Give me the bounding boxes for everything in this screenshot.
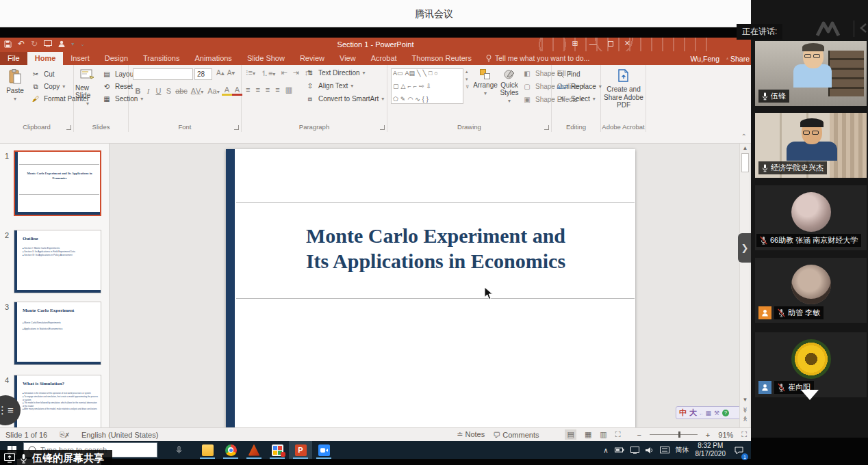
powerpoint-taskbar-button[interactable]: P bbox=[289, 441, 312, 459]
align-left-button[interactable]: ≡ bbox=[246, 85, 250, 94]
increase-indent-button[interactable]: ⇥ bbox=[293, 68, 299, 79]
ime-chinese-mode-icon[interactable]: 中 bbox=[679, 408, 687, 418]
participant-tile-2[interactable]: 经济学院史兴杰 bbox=[755, 113, 867, 178]
volume-icon[interactable] bbox=[646, 447, 654, 454]
bullets-button[interactable]: ⁝≡▾ bbox=[246, 68, 255, 79]
spellcheck-icon[interactable]: ⎘✗ bbox=[60, 431, 69, 439]
ime-tools-icon[interactable]: ⚒ bbox=[714, 410, 719, 416]
vertical-scrollbar[interactable]: ▲ ▼ ≪ ≪ bbox=[739, 144, 750, 427]
decrease-font-size-button[interactable]: A▾ bbox=[227, 69, 235, 77]
participant-tile-5[interactable]: 崔向阳 bbox=[755, 332, 867, 397]
underline-button[interactable]: U bbox=[153, 87, 164, 95]
network-icon[interactable] bbox=[630, 447, 639, 454]
font-color-button[interactable]: A bbox=[232, 85, 242, 96]
zoom-out-icon[interactable]: − bbox=[637, 431, 641, 439]
align-right-button[interactable]: ≡ bbox=[266, 85, 270, 94]
arrange-button[interactable]: Arrange▾ bbox=[472, 65, 498, 122]
file-explorer-button[interactable] bbox=[196, 441, 219, 459]
tab-design[interactable]: Design bbox=[97, 52, 136, 65]
create-pdf-button[interactable]: Create and Share Adobe PDF bbox=[602, 65, 646, 122]
ime-fullwidth-icon[interactable]: 大 bbox=[689, 408, 697, 418]
tab-review[interactable]: Review bbox=[292, 52, 332, 65]
new-slide-button[interactable]: New Slide▾ bbox=[75, 65, 100, 122]
replace-button[interactable]: ab⇄Replace▾ bbox=[557, 80, 602, 93]
tab-insert[interactable]: Insert bbox=[63, 52, 97, 65]
account-name[interactable]: Wu,Feng bbox=[691, 55, 719, 63]
panel-collapse-chevron[interactable]: ❯ bbox=[738, 233, 752, 263]
tab-slide-show[interactable]: Slide Show bbox=[240, 52, 292, 65]
quick-styles-button[interactable]: Quick Styles▾ bbox=[497, 65, 522, 122]
thumbnail-slide-2[interactable]: Outline Section I: Monte Carlo Experimen… bbox=[14, 230, 101, 293]
decrease-indent-button[interactable]: ⇤ bbox=[281, 68, 287, 79]
participant-tile-4[interactable]: 助管 李敏 bbox=[755, 258, 867, 323]
strikethrough-button[interactable]: abc bbox=[174, 87, 189, 95]
ime-indicator[interactable]: 简体 bbox=[676, 445, 689, 455]
align-text-button[interactable]: ⇳Align Text▾ bbox=[305, 79, 353, 92]
notes-toggle[interactable]: ≐ Notes bbox=[457, 430, 485, 439]
notification-center-button[interactable]: 1 bbox=[732, 441, 745, 459]
participant-tile-1[interactable]: 伍锋 bbox=[755, 41, 867, 106]
tencent-meeting-taskbar-button[interactable] bbox=[312, 441, 335, 459]
ime-help-icon[interactable]: ? bbox=[722, 410, 729, 416]
panel-arrow-icon[interactable] bbox=[860, 23, 867, 33]
touch-keyboard-icon[interactable] bbox=[660, 447, 669, 453]
shapes-scroll-down-icon[interactable]: ▾ bbox=[465, 77, 469, 82]
shapes-scroll-up-icon[interactable]: ▴ bbox=[465, 69, 469, 75]
drawing-dialog-launcher[interactable] bbox=[544, 125, 549, 130]
zoom-slider[interactable] bbox=[650, 434, 698, 435]
app-grid-button[interactable] bbox=[266, 441, 289, 459]
slideshow-view-icon[interactable]: ⛶ bbox=[615, 430, 621, 439]
next-slide-icon[interactable]: ≪ bbox=[742, 414, 748, 423]
shadow-button[interactable]: S bbox=[164, 87, 174, 95]
text-direction-button[interactable]: ⇅Text Direction▾ bbox=[305, 66, 366, 79]
increase-font-size-button[interactable]: A▴ bbox=[216, 69, 225, 77]
slide[interactable]: Monte Carlo Experiment and Its Applicati… bbox=[226, 149, 635, 455]
tab-thomson-reuters[interactable]: Thomson Reuters bbox=[405, 52, 479, 65]
ppt-restore-icon[interactable] bbox=[608, 40, 613, 48]
slide-canvas[interactable]: Monte Carlo Experiment and Its Applicati… bbox=[110, 144, 739, 427]
zoom-slider-thumb[interactable] bbox=[678, 431, 680, 438]
character-spacing-button[interactable]: A̲V̲▾ bbox=[189, 87, 205, 95]
previous-slide-icon[interactable]: ≪ bbox=[742, 406, 748, 414]
language-indicator[interactable]: English (United States) bbox=[81, 431, 159, 439]
matlab-button[interactable] bbox=[242, 441, 266, 459]
screen-share-banner[interactable]: 伍锋的屏幕共享 bbox=[0, 450, 112, 465]
highlight-color-button[interactable]: A bbox=[222, 85, 232, 96]
ppt-minimize-icon[interactable]: — bbox=[589, 40, 597, 48]
thumbnail-slide-1[interactable]: Monte Carlo Experiment and Its Applicati… bbox=[14, 150, 101, 216]
shapes-more-icon[interactable]: ⊽ bbox=[465, 84, 469, 90]
taskbar-clock[interactable]: 8:32 PM8/17/2020 bbox=[695, 442, 726, 458]
dictation-mic-button[interactable] bbox=[167, 441, 190, 459]
tab-file[interactable]: File bbox=[0, 52, 27, 65]
bold-button[interactable]: B bbox=[133, 87, 143, 95]
scroll-down-icon[interactable]: ▼ bbox=[741, 397, 750, 403]
fit-to-window-icon[interactable]: ⛶ bbox=[741, 430, 747, 439]
paragraph-dialog-launcher[interactable] bbox=[380, 125, 385, 130]
cut-button[interactable]: ✂Cut bbox=[30, 68, 55, 81]
tell-me-box[interactable]: Tell me what you want to do... bbox=[479, 54, 596, 65]
shapes-gallery[interactable]: A▭A▤╲╲□○ ▢△⌐⌐⇨⇩ ⬠✎◠∿{} bbox=[391, 68, 463, 104]
scroll-more-participants-icon[interactable] bbox=[801, 390, 819, 400]
slide-title[interactable]: Monte Carlo Experiment and Its Applicati… bbox=[236, 223, 635, 274]
tab-animations[interactable]: Animations bbox=[187, 52, 239, 65]
comments-toggle[interactable]: 🗩 Comments bbox=[493, 431, 539, 439]
ribbon-display-options-icon[interactable]: ⊞ bbox=[572, 39, 578, 48]
slide-sorter-view-icon[interactable]: ▦ bbox=[585, 430, 591, 439]
reading-view-icon[interactable]: ▥ bbox=[600, 430, 607, 439]
copy-button[interactable]: ⧉Copy▾ bbox=[30, 80, 65, 93]
align-center-button[interactable]: ≡ bbox=[255, 85, 259, 94]
font-dialog-launcher[interactable] bbox=[234, 125, 239, 130]
columns-button[interactable]: ▥ bbox=[285, 85, 292, 94]
italic-button[interactable]: I bbox=[143, 87, 153, 95]
select-button[interactable]: ⇖Select▾ bbox=[557, 92, 596, 105]
collapse-ribbon-icon[interactable]: ⌃ bbox=[741, 133, 747, 140]
ppt-close-icon[interactable]: ✕ bbox=[624, 39, 630, 48]
numbering-button[interactable]: ⒈≡▾ bbox=[261, 68, 275, 79]
normal-view-icon[interactable]: ▤ bbox=[565, 429, 576, 440]
font-name-combo[interactable] bbox=[133, 68, 193, 80]
participant-tile-3[interactable]: 66助教 张涵 南京财经大学 bbox=[755, 185, 867, 250]
tray-expand-icon[interactable]: ∧ bbox=[603, 447, 608, 454]
scroll-up-icon[interactable]: ▲ bbox=[741, 145, 750, 151]
tab-transitions[interactable]: Transitions bbox=[136, 52, 187, 65]
clipboard-dialog-launcher[interactable] bbox=[66, 125, 71, 130]
